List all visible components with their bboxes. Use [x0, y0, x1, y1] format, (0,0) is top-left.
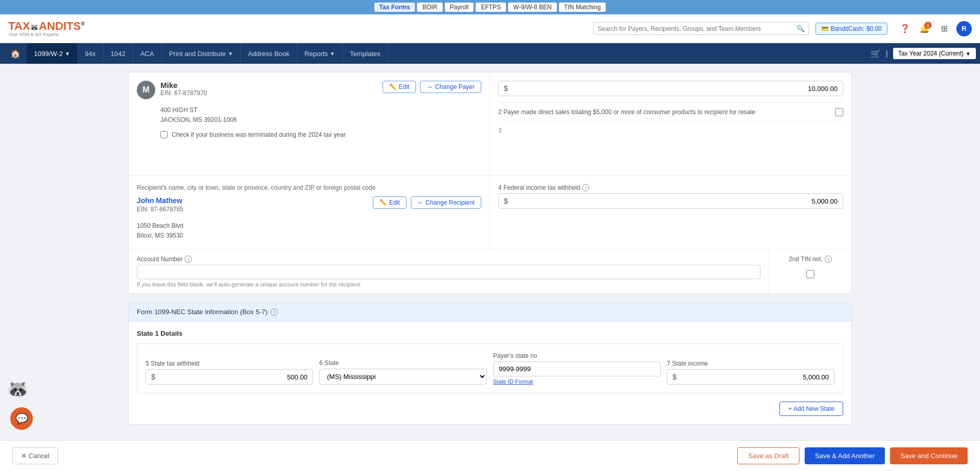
save-add-another-button[interactable]: Save & Add Another — [805, 447, 885, 464]
nav-item-address-book[interactable]: Address Book — [241, 43, 297, 64]
tab-tin-matching[interactable]: TIN Matching — [559, 3, 606, 12]
nav-label-aca: ACA — [140, 50, 154, 58]
payer-terminated-label: Check if your business was terminated du… — [172, 131, 346, 138]
edit-recipient-button[interactable]: ✏️ Edit — [373, 196, 407, 209]
payer-terminated-checkbox[interactable] — [160, 131, 168, 138]
box2-checkbox[interactable] — [835, 108, 843, 116]
box1-input[interactable] — [511, 85, 838, 93]
payer-header: M Mike EIN: 67-8787970 ✏️ Edit ↔ Change … — [137, 81, 481, 99]
box4-label-text: 4 Federal income tax withheld — [498, 184, 580, 191]
cancel-button[interactable]: ✕ Cancel — [12, 447, 58, 464]
change-payer-icon: ↔ — [427, 83, 433, 90]
state1-details: 5 State tax withheld $ 6 State (MS) Miss… — [137, 343, 843, 393]
state-section-title: Form 1099-NEC State Information (Box 5-7… — [137, 308, 267, 316]
payer-state-no-field: Payer's state no State ID Format — [493, 352, 661, 385]
notifications-icon[interactable]: 🔔 1 — [917, 22, 932, 36]
top-bar: Tax Forms BOIR Payroll EFTPS W-9/W-8 BEN… — [0, 0, 980, 14]
grid-icon[interactable]: ⊞ — [937, 22, 951, 36]
recipient-identity: John Mathew EIN: 87-6678765 — [137, 196, 184, 217]
state-id-format-link[interactable]: State ID Format — [493, 378, 661, 385]
user-avatar[interactable]: R — [956, 21, 972, 37]
logo: TAX🦝ANDITS® Your 1099 & W2 Experts — [8, 21, 85, 37]
nav-item-reports[interactable]: Reports ▼ — [297, 43, 342, 64]
help-icon[interactable]: ❓ — [898, 22, 912, 36]
logo-tagline: Your 1099 & W2 Experts — [8, 32, 85, 37]
change-payer-label: Change Payer — [435, 83, 475, 90]
box3-row: 3 — [498, 121, 843, 142]
box4-label: 4 Federal income tax withheld i — [498, 184, 843, 191]
save-draft-button[interactable]: Save as Draft — [737, 447, 800, 464]
box7-input-wrapper: $ — [667, 369, 834, 385]
account-info-icon[interactable]: i — [185, 256, 192, 263]
nav-label-print-distribute: Print and Distribute — [169, 50, 226, 58]
save-continue-button[interactable]: Save and Continue — [890, 447, 968, 464]
search-input[interactable] — [598, 25, 796, 32]
cart-icon[interactable]: 🛒 — [870, 49, 881, 59]
change-recipient-button[interactable]: ↔ Change Recipient — [411, 196, 481, 209]
payer-info: Mike EIN: 67-8787970 — [160, 81, 377, 97]
tin-checkbox[interactable] — [806, 270, 814, 278]
box1-dollar-symbol: $ — [504, 84, 508, 93]
payer-actions: ✏️ Edit ↔ Change Payer — [383, 81, 481, 93]
tab-boir[interactable]: BOIR — [417, 3, 442, 12]
nav-item-94x[interactable]: 94x — [78, 43, 103, 64]
tax-year-label: Tax Year 2024 (Current) — [898, 50, 964, 57]
raccoon-mascot[interactable]: 🦝 — [6, 378, 32, 404]
tin-info-icon[interactable]: i — [825, 256, 832, 263]
state-section-info-icon[interactable]: i — [270, 309, 278, 316]
box2-label: 2 Payer made direct sales totaling $5,00… — [498, 108, 755, 116]
state-body: State 1 Details 5 State tax withheld $ 6… — [129, 321, 851, 424]
nav-item-1042[interactable]: 1042 — [103, 43, 133, 64]
box7-label: 7 State income — [667, 360, 834, 367]
tab-w9-w8-ben[interactable]: W-9/W-8 BEN — [508, 3, 557, 12]
dropdown-icon-reports: ▼ — [330, 51, 335, 57]
state-section-header: Form 1099-NEC State Information (Box 5-7… — [129, 303, 851, 321]
box5-dollar-symbol: $ — [151, 373, 155, 381]
header: TAX🦝ANDITS® Your 1099 & W2 Experts 🔍 💳 B… — [0, 14, 980, 43]
recipient-actions: ✏️ Edit ↔ Change Recipient — [373, 196, 481, 209]
nav-item-print-distribute[interactable]: Print and Distribute ▼ — [162, 43, 241, 64]
box7-dollar-symbol: $ — [673, 373, 677, 381]
box7-input[interactable] — [680, 373, 829, 381]
tax-year-selector[interactable]: Tax Year 2024 (Current) ▼ — [893, 48, 976, 59]
payer-avatar: M — [137, 81, 155, 99]
change-payer-button[interactable]: ↔ Change Payer — [420, 81, 481, 93]
box4-info-icon[interactable]: i — [582, 184, 589, 191]
edit-payer-button[interactable]: ✏️ Edit — [383, 81, 416, 93]
box6-state-select[interactable]: (MS) Mississippi (AL) Alabama (TX) Texas… — [319, 369, 487, 385]
add-new-state-button[interactable]: + Add New State — [779, 402, 843, 416]
box4-section: 4 Federal income tax withheld i $ — [490, 176, 851, 249]
bottom-right-actions: Save as Draft Save & Add Another Save an… — [737, 447, 968, 464]
search-icon: 🔍 — [796, 25, 805, 32]
tab-eftps[interactable]: EFTPS — [476, 3, 506, 12]
edit-recipient-label: Edit — [389, 199, 400, 206]
recipient-name: John Mathew — [137, 196, 184, 205]
nav-item-aca[interactable]: ACA — [133, 43, 162, 64]
tab-payroll[interactable]: Payroll — [445, 3, 474, 12]
nav-label-1099-w2: 1099/W-2 — [34, 50, 63, 58]
chat-bubble[interactable]: 💬 — [10, 407, 33, 430]
nav-item-1099-w2[interactable]: 1099/W-2 ▼ — [27, 43, 78, 64]
box5-label: 5 State tax withheld — [146, 360, 313, 367]
pencil-icon: ✏️ — [389, 83, 397, 90]
account-row: Account Number i If you leave this field… — [129, 249, 851, 294]
nav-separator: | — [886, 49, 888, 58]
payer-state-no-input[interactable] — [493, 361, 661, 376]
dropdown-icon-tax-year: ▼ — [966, 51, 971, 57]
payer-ein: EIN: 67-8787970 — [160, 89, 377, 97]
edit-payer-label: Edit — [399, 83, 410, 90]
payer-state-no-label: Payer's state no — [493, 352, 661, 359]
tab-tax-forms[interactable]: Tax Forms — [374, 3, 415, 12]
account-number-input[interactable] — [137, 265, 760, 279]
box5-input[interactable] — [158, 373, 307, 381]
state-info-card: Form 1099-NEC State Information (Box 5-7… — [128, 302, 852, 425]
nav-item-templates[interactable]: Templates — [343, 43, 388, 64]
bandit-cash[interactable]: 💳 BanditCash: $0.00 — [815, 23, 887, 35]
header-icons: ❓ 🔔 1 ⊞ R — [898, 21, 972, 37]
search-bar[interactable]: 🔍 — [593, 22, 809, 35]
payer-address-line1: 400 HIGH ST — [160, 105, 481, 115]
nav-home[interactable]: 🏠 — [4, 49, 27, 59]
box4-input[interactable] — [511, 197, 838, 205]
bandit-cash-icon: 💳 — [821, 25, 829, 32]
box4-input-wrapper: $ — [498, 193, 843, 209]
